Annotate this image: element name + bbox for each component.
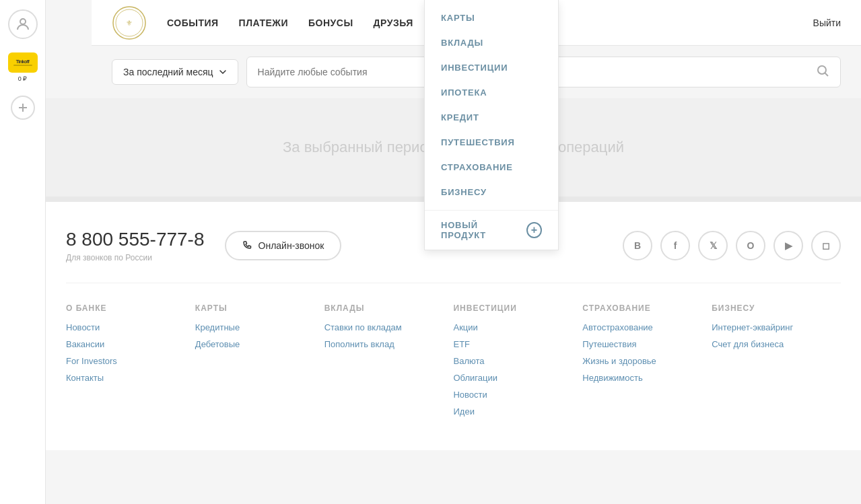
avatar[interactable] (8, 9, 38, 39)
phone-block: 8 800 555-777-8 Для звонков по России (66, 229, 205, 262)
tinkoff-card[interactable]: Tinkoff (8, 52, 38, 73)
dropdown-insurance[interactable]: СТРАХОВАНИЕ (425, 155, 558, 180)
footer-col-investments: ИНВЕСТИЦИИ Акции ETF Валюта Облигации Но… (453, 303, 582, 423)
nav-friends[interactable]: ДРУЗЬЯ (374, 17, 413, 28)
svg-point-0 (20, 19, 26, 24)
online-call-label: Онлайн-звонок (259, 240, 324, 251)
footer-phone-sub: Для звонков по России (66, 253, 205, 262)
social-icons: В f 𝕏 О ▶ ◻ (623, 231, 841, 260)
nav-payments[interactable]: ПЛАТЕЖИ (239, 17, 288, 28)
add-button[interactable] (11, 96, 35, 120)
sidebar: Tinkoff 0 ₽ (0, 0, 46, 450)
footer-col-deposits: ВКЛАДЫ Ставки по вкладам Пополнить вклад (324, 303, 454, 423)
dropdown-investments[interactable]: ИНВЕСТИЦИИ (425, 55, 558, 80)
footer-link-health-insurance[interactable]: Жизнь и здоровье (582, 356, 712, 366)
footer-col-title-about: О БАНКЕ (66, 303, 195, 313)
dropdown-business[interactable]: БИЗНЕСУ (425, 180, 558, 205)
footer-col-title-business: БИЗНЕСУ (712, 303, 841, 313)
footer-link-vacancies[interactable]: Вакансии (66, 339, 195, 349)
new-product-item[interactable]: НОВЫЙ ПРОДУКТ + (425, 211, 558, 250)
footer-link-inv-news[interactable]: Новости (453, 390, 582, 400)
period-select[interactable]: За последний месяц (112, 59, 238, 85)
new-product-label: НОВЫЙ ПРОДУКТ (441, 220, 520, 240)
logo[interactable]: ⚜ (112, 5, 147, 40)
footer-col-business: БИЗНЕСУ Интернет-эквайринг Счет для бизн… (712, 303, 841, 423)
dropdown-travel[interactable]: ПУТЕШЕСТВИЯ (425, 130, 558, 155)
footer-link-currency[interactable]: Валюта (453, 356, 582, 366)
social-odnoklassniki[interactable]: О (736, 231, 765, 260)
footer-link-bonds[interactable]: Облигации (453, 373, 582, 383)
footer-phone: 8 800 555-777-8 (66, 229, 205, 250)
svg-line-7 (825, 73, 829, 77)
footer-link-ideas[interactable]: Идеи (453, 406, 582, 417)
svg-text:⚜: ⚜ (126, 19, 133, 27)
footer-link-contacts[interactable]: Контакты (66, 373, 195, 383)
footer-link-stocks[interactable]: Акции (453, 322, 582, 332)
footer-link-business-account[interactable]: Счет для бизнеса (712, 339, 841, 349)
social-youtube[interactable]: ▶ (773, 231, 803, 260)
dropdown-credit[interactable]: КРЕДИТ (425, 105, 558, 130)
logout-button[interactable]: Выйти (813, 17, 841, 28)
footer-link-investors[interactable]: For Investors (66, 356, 195, 366)
footer-col-title-deposits: ВКЛАДЫ (324, 303, 454, 313)
phone-icon (242, 240, 253, 251)
social-vk[interactable]: В (623, 231, 652, 260)
online-call-button[interactable]: Онлайн-звонок (225, 231, 342, 260)
footer-link-auto-insurance[interactable]: Автострахование (582, 322, 712, 332)
social-facebook[interactable]: f (660, 231, 690, 260)
card-logo: Tinkoff (16, 59, 30, 64)
footer-columns: О БАНКЕ Новости Вакансии For Investors К… (66, 303, 841, 423)
footer-link-debit-cards[interactable]: Дебетовые (195, 339, 324, 349)
all-products-menu: КАРТЫ ВКЛАДЫ ИНВЕСТИЦИИ ИПОТЕКА КРЕДИТ П… (424, 0, 559, 250)
footer-col-title-insurance: СТРАХОВАНИЕ (582, 303, 712, 313)
dropdown-cards[interactable]: КАРТЫ (425, 5, 558, 30)
footer-link-deposit-add[interactable]: Пополнить вклад (324, 339, 454, 349)
footer-link-etf[interactable]: ETF (453, 339, 582, 349)
footer-link-credit-cards[interactable]: Кредитные (195, 322, 324, 332)
footer-link-deposit-rates[interactable]: Ставки по вкладам (324, 322, 454, 332)
footer-col-title-investments: ИНВЕСТИЦИИ (453, 303, 582, 313)
period-label: За последний месяц (123, 67, 213, 77)
footer-col-cards: КАРТЫ Кредитные Дебетовые (195, 303, 324, 423)
nav-events[interactable]: СОБЫТИЯ (167, 17, 219, 28)
plus-circle-icon: + (526, 222, 542, 238)
footer-link-travel-insurance[interactable]: Путешествия (582, 339, 712, 349)
search-icon[interactable] (816, 64, 829, 80)
svg-point-6 (818, 66, 826, 74)
footer-link-acquiring[interactable]: Интернет-эквайринг (712, 322, 841, 332)
footer-col-about: О БАНКЕ Новости Вакансии For Investors К… (66, 303, 195, 423)
nav-bonuses[interactable]: БОНУСЫ (308, 17, 353, 28)
dropdown-items-section: КАРТЫ ВКЛАДЫ ИНВЕСТИЦИИ ИПОТЕКА КРЕДИТ П… (425, 0, 558, 211)
period-chevron-icon (219, 68, 227, 76)
social-twitter[interactable]: 𝕏 (698, 231, 728, 260)
card-balance: 0 ₽ (18, 75, 28, 82)
dropdown-mortgage[interactable]: ИПОТЕКА (425, 80, 558, 105)
footer-col-insurance: СТРАХОВАНИЕ Автострахование Путешествия … (582, 303, 712, 423)
social-instagram[interactable]: ◻ (811, 231, 841, 260)
footer-link-news[interactable]: Новости (66, 322, 195, 332)
footer-link-property-insurance[interactable]: Недвижимость (582, 373, 712, 383)
footer-col-title-cards: КАРТЫ (195, 303, 324, 313)
dropdown-deposits[interactable]: ВКЛАДЫ (425, 30, 558, 55)
